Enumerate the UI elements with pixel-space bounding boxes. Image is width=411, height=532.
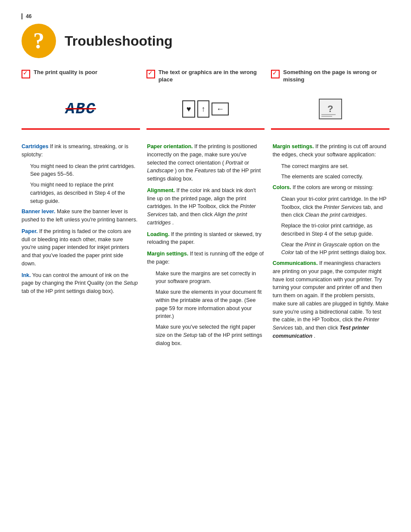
dividers-row [22,128,389,136]
orientation-image: ♥ ↑ ← [146,96,265,122]
margin-settings-para: Margin settings. If text is running off … [147,250,264,266]
communications-para: Communications. If meaningless character… [273,259,389,340]
divider-2 [146,128,265,130]
section-wrong-missing-label: Something on the page is wrong or missin… [283,69,389,84]
banner-lever-para: Banner lever. Make sure the banner lever… [22,208,138,224]
paper-orientation-para: Paper orientation. If the printing is po… [147,143,264,183]
colors-indent-3: Clear the Print in Grayscale option on t… [273,241,389,257]
margin-col3-indent-2: The elements are scaled correctly. [273,173,389,181]
margin-settings-col3-para: Margin settings. If the printing is cut … [273,143,389,159]
section-print-quality-label: The print quality is poor [34,69,97,76]
page-header: ? Troubleshooting [22,24,389,58]
loading-para: Loading. If the printing is slanted or s… [147,230,264,247]
checkbox-icon-wrong-missing [271,70,280,78]
content-print-quality: Cartridges If ink is smearing, streaking… [22,143,147,299]
margin-indent-1: Make sure the margins are set correctly … [147,270,264,286]
colors-indent-2: Replace the tri-color print cartridge, a… [273,222,389,238]
section-wrong-missing-header: Something on the page is wrong or missin… [271,69,389,124]
section-wrong-place-label: The text or graphics are in the wrong pl… [159,69,265,84]
content-wrong-place: Paper orientation. If the printing is po… [147,143,272,350]
missing-image: ? [271,96,389,122]
ink-para: Ink. You can control the amount of ink o… [22,271,138,296]
paper-para: Paper. If the printing is faded or the c… [22,227,138,268]
landscape-icon: ← [212,103,229,115]
content-row: Cartridges If ink is smearing, streaking… [22,143,389,350]
cartridges-indent-1: You might need to clean the print cartri… [22,162,138,179]
sections-header-row: The print quality is poor ABC The text o… [22,69,389,124]
section-wrong-place-header: The text or graphics are in the wrong pl… [146,69,271,124]
divider-1 [22,128,140,130]
checkbox-icon-wrong-place [146,70,155,78]
margin-indent-3: Make sure you've selected the right pape… [147,323,264,347]
alignment-para: Alignment. If the color ink and black in… [147,187,264,227]
colors-para: Colors. If the colors are wrong or missi… [273,184,389,192]
cartridges-para: Cartridges If ink is smearing, streaking… [22,143,138,159]
section-print-quality-header: The print quality is poor ABC [22,69,146,124]
cartridges-indent-2: You might need to replace the print cart… [22,181,138,205]
content-wrong-missing: Margin settings. If the printing is cut … [273,143,389,344]
arrow-up-icon: ↑ [197,100,209,118]
question-circle-icon: ? [22,24,56,58]
margin-indent-2: Make sure the elements in your document … [147,288,264,320]
colors-indent-1: Clean your tri-color print cartridge. In… [273,195,389,219]
portrait-icon: ♥ [182,100,195,118]
margin-col3-indent-1: The correct margins are set. [273,162,389,171]
divider-3 [271,128,389,130]
checkbox-icon-print-quality [22,70,30,78]
page-number: 46 [22,13,389,24]
page-title: Troubleshooting [65,33,173,49]
abc-image: ABC [22,96,140,122]
